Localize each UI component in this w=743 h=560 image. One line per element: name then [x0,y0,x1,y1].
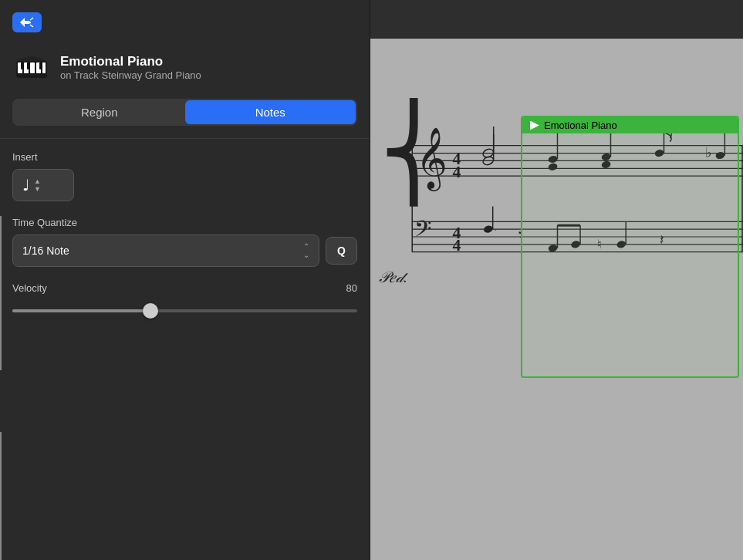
tab-region[interactable]: Region [14,100,185,124]
svg-rect-12 [39,62,42,69]
divider [0,138,370,139]
svg-line-1 [30,18,33,20]
notation-svg: ⎨ 𝄞 4 4 [370,77,743,560]
tab-notes[interactable]: Notes [185,100,356,124]
slider-track [12,309,357,312]
score-sheet: ⎨ 𝄞 4 4 [370,39,743,560]
tab-bar: Region Notes [12,99,357,126]
time-quantize-row: 1/16 Note ⌃⌄ Q [12,234,357,267]
svg-rect-11 [27,62,30,69]
instrument-info: Emotional Piano on Track Steinway Grand … [0,40,370,99]
svg-text:4: 4 [452,163,461,181]
svg-text:♭: ♭ [705,145,711,160]
velocity-slider[interactable] [12,303,357,319]
score-header [370,0,743,39]
velocity-header: Velocity 80 [12,282,357,294]
svg-point-42 [654,149,665,158]
velocity-value: 80 [346,282,357,294]
scissors-icon [20,17,34,28]
stepper-arrows: ▲ ▼ [34,178,41,193]
svg-point-57 [616,240,626,249]
svg-point-47 [483,224,494,234]
left-edge-line2 [0,432,2,560]
svg-text:4: 4 [452,236,461,255]
svg-rect-9 [42,62,46,73]
svg-point-37 [548,162,559,171]
svg-rect-10 [21,62,24,69]
svg-text:♮: ♮ [597,238,602,251]
insert-section: Insert ♩ ▲ ▼ [0,151,370,217]
svg-point-51 [548,244,559,253]
svg-point-40 [601,160,612,170]
time-quantize-value: 1/16 Note [22,245,69,257]
velocity-section: Velocity 80 [0,282,370,334]
left-panel: Emotional Piano on Track Steinway Grand … [0,0,370,560]
stepper-up-icon[interactable]: ▲ [34,178,41,185]
svg-line-2 [30,25,33,27]
svg-point-53 [570,240,581,249]
velocity-label: Velocity [12,282,47,294]
svg-point-39 [601,153,612,162]
slider-fill [12,309,150,312]
right-panel: 1 ⎨ [370,0,743,560]
instrument-text: Emotional Piano on Track Steinway Grand … [60,54,201,81]
svg-marker-0 [20,18,29,27]
left-edge-line [0,216,2,370]
time-quantize-section: Time Quantize 1/16 Note ⌃⌄ Q [0,217,370,282]
insert-label: Insert [12,151,357,163]
svg-point-36 [548,155,559,164]
piano-svg [13,49,50,86]
svg-text:.: . [495,224,497,232]
insert-control: ♩ ▲ ▼ [12,169,357,201]
slider-thumb[interactable] [143,303,158,319]
instrument-name: Emotional Piano [60,54,201,69]
select-chevron-icon: ⌃⌄ [303,242,309,259]
scissors-tool-button[interactable] [12,12,42,32]
time-quantize-label: Time Quantize [12,217,357,228]
note-icon: ♩ [22,176,29,194]
svg-rect-7 [30,62,35,73]
svg-text:𝄞: 𝄞 [416,127,447,192]
note-stepper[interactable]: ♩ ▲ ▼ [12,169,74,201]
toolbar [0,0,370,40]
svg-text:𝄢: 𝄢 [414,216,432,247]
instrument-icon [12,48,51,86]
quantize-button[interactable]: Q [326,237,357,265]
svg-point-45 [715,151,726,160]
score-area: ⎨ 𝄞 4 4 [370,39,743,560]
stepper-down-icon[interactable]: ▼ [34,186,41,193]
time-quantize-select[interactable]: 1/16 Note ⌃⌄ [12,234,319,267]
svg-text:𝒫𝑒𝒹.: 𝒫𝑒𝒹. [378,268,408,285]
instrument-track: on Track Steinway Grand Piano [60,69,201,81]
svg-point-3 [29,22,31,24]
